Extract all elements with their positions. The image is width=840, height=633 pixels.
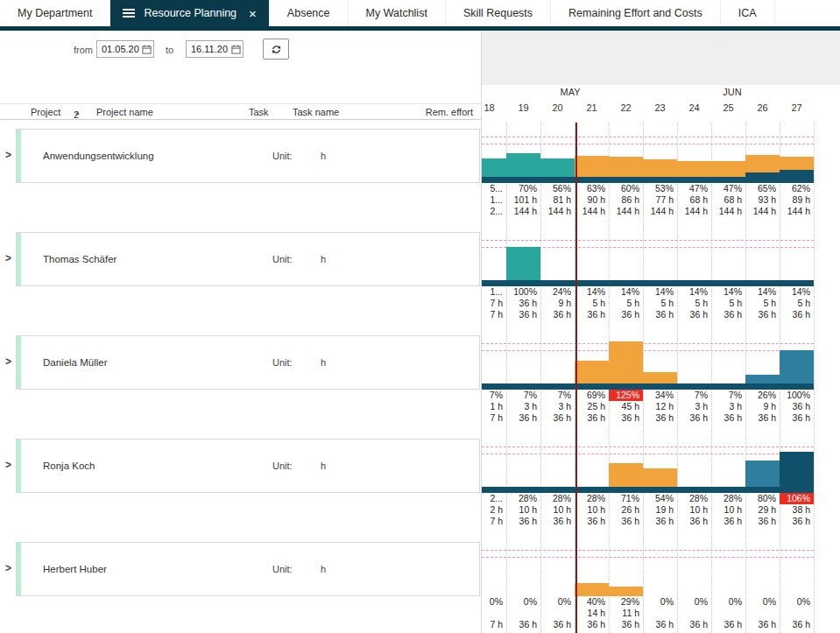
overload-cell: 125% <box>609 390 643 401</box>
load-percent: 7% <box>677 390 711 401</box>
load-bar-teal[interactable] <box>540 158 575 177</box>
expand-chevron[interactable]: > <box>5 355 11 368</box>
timeline-row: 0%0%0%40%29%0%0%0%0%0%14 h11 h7 h36 h36 … <box>482 543 840 631</box>
load-bar-steel[interactable] <box>745 375 780 383</box>
expand-chevron[interactable]: > <box>5 149 11 161</box>
resource-row[interactable]: Herbert HuberUnit:h <box>16 542 480 596</box>
load-bar-orange[interactable] <box>609 157 643 177</box>
load-bar-orange[interactable] <box>643 159 677 177</box>
capacity-hours: 36 h <box>780 619 814 630</box>
load-bar-orange[interactable] <box>609 341 643 383</box>
load-percent: 100% <box>506 286 540 298</box>
hours-line: 1 h3 h3 h25 h45 h12 h3 h3 h9 h36 h <box>482 401 840 412</box>
load-percent: 0% <box>643 596 677 608</box>
expand-chevron[interactable]: > <box>5 459 11 471</box>
from-date-input[interactable] <box>96 40 154 58</box>
table-header: Project 2▲ Project name Task Task name R… <box>0 103 481 120</box>
resource-row[interactable]: AnwendungsentwicklungUnit:h <box>16 129 480 183</box>
capacity-hours: 36 h <box>540 412 575 424</box>
unit-label: Unit: <box>272 254 293 264</box>
load-hours: 101 h <box>506 194 540 206</box>
load-percent: 34% <box>643 390 677 401</box>
load-bar-orange[interactable] <box>745 155 780 172</box>
to-date-input[interactable] <box>186 40 244 58</box>
capacity-hours: 36 h <box>575 619 609 630</box>
close-tab-icon[interactable]: × <box>249 7 257 20</box>
expand-chevron[interactable]: > <box>5 252 11 264</box>
load-percent: 14% <box>780 286 814 298</box>
week-label: 26 <box>745 102 780 113</box>
load-hours: 2 h <box>481 504 506 516</box>
capacity-hours: 36 h <box>643 619 677 630</box>
col-project-name[interactable]: Project name <box>96 107 153 117</box>
load-percent: 60% <box>609 183 643 194</box>
load-bar-steel[interactable] <box>780 350 814 383</box>
load-bar-teal[interactable] <box>481 158 506 177</box>
load-bar-orange[interactable] <box>575 583 609 596</box>
load-hours: 36 h <box>780 401 814 412</box>
from-date-value[interactable] <box>97 44 142 54</box>
load-hours: 3 h <box>540 401 575 412</box>
load-bar-teal[interactable] <box>506 153 540 177</box>
week-label: 18 <box>481 102 506 113</box>
refresh-button[interactable] <box>263 39 289 60</box>
load-hours: 12 h <box>643 401 677 412</box>
load-bar-teal[interactable] <box>506 247 540 280</box>
tab-absence[interactable]: Absence <box>270 0 349 26</box>
load-bar-orange[interactable] <box>643 468 677 487</box>
load-bar-orange[interactable] <box>711 161 745 177</box>
value-rows: 5...70%56%63%60%53%47%47%65%62%1...101 h… <box>482 183 840 218</box>
capacity-hours: 36 h <box>677 412 711 424</box>
hours-line: 1...101 h81 h90 h86 h77 h68 h68 h93 h89 … <box>482 194 840 206</box>
col-rem-effort[interactable]: Rem. effort <box>426 107 473 117</box>
tab-ica[interactable]: ICA <box>721 0 775 26</box>
load-hours: 90 h <box>575 194 609 206</box>
col-task-name[interactable]: Task name <box>293 107 339 117</box>
to-date-value[interactable] <box>187 44 231 54</box>
load-bar-navy[interactable] <box>780 452 814 487</box>
col-project[interactable]: Project <box>31 107 60 117</box>
load-bar-orange[interactable] <box>575 361 609 383</box>
load-hours: 10 h <box>506 504 540 516</box>
load-bar-orange[interactable] <box>643 372 677 383</box>
timeline-row: 5...70%56%63%60%53%47%47%65%62%1...101 h… <box>482 130 840 218</box>
col-task[interactable]: Task <box>249 107 269 117</box>
capacity-hours: 36 h <box>643 412 677 424</box>
load-bar-steel[interactable] <box>745 461 780 487</box>
percent-line: 2...28%28%28%71%54%28%28%80%106% <box>482 493 840 504</box>
capacity-hours: 7 h <box>481 619 506 630</box>
load-bar-navy[interactable] <box>780 170 814 177</box>
load-percent: 24% <box>540 286 575 298</box>
capacity-limit-line <box>482 137 814 137</box>
load-bar-orange[interactable] <box>780 157 814 170</box>
load-percent: 53% <box>643 183 677 194</box>
load-percent: 14% <box>677 286 711 298</box>
load-bar-orange[interactable] <box>575 156 609 177</box>
load-hours: 19 h <box>643 504 677 516</box>
calendar-icon[interactable] <box>231 45 241 54</box>
capacity-hours: 36 h <box>677 516 711 527</box>
load-bar-orange[interactable] <box>677 161 711 177</box>
load-bar-orange[interactable] <box>609 463 643 487</box>
tab-skill-requests[interactable]: Skill Requests <box>446 0 551 26</box>
menu-icon[interactable] <box>123 12 135 14</box>
week-label: 25 <box>711 102 745 113</box>
load-bar-orange[interactable] <box>609 587 643 596</box>
capacity-hours: 36 h <box>540 516 575 527</box>
tab-my-watchlist[interactable]: My Watchlist <box>349 0 446 26</box>
unit-label: Unit: <box>272 151 293 161</box>
calendar-icon[interactable] <box>142 45 152 54</box>
tab-my-department[interactable]: My Department <box>0 0 110 26</box>
capacity-hours: 2... <box>481 206 506 217</box>
tab-resource-planning[interactable]: Resource Planning× <box>110 0 269 26</box>
capacity-hours: 36 h <box>780 516 814 527</box>
resource-row[interactable]: Daniela MüllerUnit:h <box>16 335 480 390</box>
resource-row[interactable]: Thomas SchäferUnit:h <box>16 232 480 286</box>
percent-line: 7%7%7%69%125%34%7%7%26%100% <box>482 390 840 401</box>
resource-row[interactable]: Ronja KochUnit:h <box>16 439 480 493</box>
expand-chevron[interactable]: > <box>5 562 11 574</box>
load-percent: 28% <box>506 493 540 504</box>
load-hours: 3 h <box>711 401 745 412</box>
tab-remaining-effort-and-costs[interactable]: Remaining Effort and Costs <box>551 0 721 26</box>
week-label: 27 <box>780 102 814 113</box>
